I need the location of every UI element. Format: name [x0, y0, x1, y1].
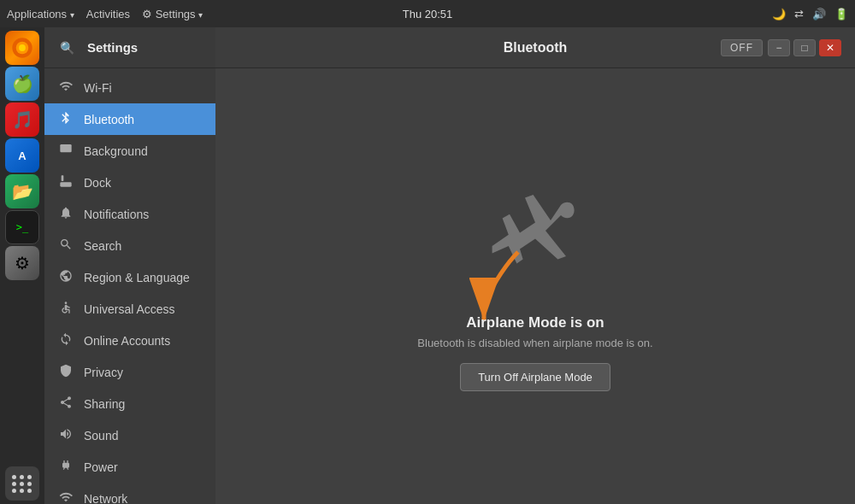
- sidebar-item-sound[interactable]: Sound: [44, 419, 215, 451]
- svg-point-6: [65, 302, 68, 304]
- finder-icon[interactable]: 🍏: [5, 67, 39, 101]
- sidebar-header: 🔍 Settings: [44, 27, 215, 68]
- svg-rect-5: [62, 175, 64, 181]
- bluetooth-icon: [58, 111, 74, 127]
- airplane-content: Airplane Mode is on Bluetooth is disable…: [215, 68, 855, 504]
- terminal-icon[interactable]: >_: [5, 210, 39, 244]
- topbar-left: Applications ▾ Activities ⚙ Settings ▾: [7, 8, 203, 21]
- background-icon: [58, 143, 74, 159]
- network-icon: [58, 490, 74, 504]
- svg-rect-4: [60, 182, 71, 186]
- sidebar-item-label-region: Region & Language: [84, 271, 190, 284]
- appstore-icon[interactable]: A: [5, 138, 39, 173]
- sidebar-item-label-online-accounts: Online Accounts: [84, 334, 170, 348]
- airplane-mode-title: Airplane Mode is on: [417, 314, 652, 331]
- settings-panel: 🔍 Settings Wi-Fi Bluetooth: [44, 27, 855, 504]
- moon-icon: 🌙: [772, 8, 786, 21]
- online-accounts-icon: [58, 332, 74, 349]
- svg-point-2: [19, 44, 26, 51]
- sidebar-search-icon: 🔍: [55, 36, 79, 60]
- dock-icon-item: [58, 174, 74, 190]
- topbar-activities[interactable]: Activities: [86, 8, 130, 21]
- sidebar-item-network[interactable]: Network: [44, 483, 215, 504]
- topbar-settings-menu[interactable]: ⚙ Settings ▾: [142, 8, 203, 21]
- sidebar-item-label-dock: Dock: [84, 176, 111, 190]
- sidebar-item-sharing[interactable]: Sharing: [44, 388, 215, 419]
- music-icon[interactable]: 🎵: [5, 103, 39, 137]
- sidebar-item-privacy[interactable]: Privacy: [44, 356, 215, 388]
- notifications-icon: [58, 206, 74, 222]
- main-content: Bluetooth OFF − □ ✕: [215, 27, 855, 504]
- show-apps-button[interactable]: [5, 466, 39, 501]
- sharing-icon: [58, 396, 74, 412]
- turn-off-airplane-mode-button[interactable]: Turn Off Airplane Mode: [460, 363, 610, 391]
- sidebar-item-label-universal-access: Universal Access: [84, 302, 175, 316]
- volume-icon[interactable]: 🔊: [812, 8, 826, 21]
- sidebar-item-wifi[interactable]: Wi-Fi: [44, 72, 215, 103]
- sidebar-item-universal-access[interactable]: Universal Access: [44, 293, 215, 325]
- sidebar-item-power[interactable]: Power: [44, 451, 215, 483]
- maximize-button[interactable]: □: [793, 39, 816, 56]
- airplane-mode-desc: Bluetooth is disabled when airplane mode…: [417, 337, 652, 349]
- firefox-icon[interactable]: [5, 31, 39, 65]
- sidebar-item-label-sound: Sound: [84, 429, 118, 442]
- sidebar-item-label-network: Network: [84, 492, 127, 505]
- sidebar-item-label-privacy: Privacy: [84, 366, 123, 379]
- svg-rect-3: [60, 144, 71, 152]
- sidebar-item-dock[interactable]: Dock: [44, 167, 215, 198]
- sidebar-item-label-power: Power: [84, 460, 118, 474]
- sidebar-item-label-search: Search: [84, 239, 121, 253]
- sidebar-item-label-background: Background: [84, 144, 148, 158]
- sidebar-item-region[interactable]: Region & Language: [44, 261, 215, 293]
- sidebar-item-background[interactable]: Background: [44, 135, 215, 167]
- window-controls: − □ ✕: [768, 39, 841, 56]
- sidebar-item-label-notifications: Notifications: [84, 208, 149, 221]
- sidebar: 🔍 Settings Wi-Fi Bluetooth: [44, 27, 215, 504]
- wifi-icon: [58, 79, 74, 96]
- window: 🍏 🎵 A 📂 >_ ⚙ 🔍: [0, 27, 855, 504]
- sidebar-item-online-accounts[interactable]: Online Accounts: [44, 325, 215, 356]
- close-button[interactable]: ✕: [819, 39, 841, 56]
- topbar-clock: Thu 20:51: [403, 8, 453, 21]
- universal-access-icon: [58, 301, 74, 317]
- topbar: Applications ▾ Activities ⚙ Settings ▾ T…: [0, 0, 855, 27]
- sidebar-item-label-sharing: Sharing: [84, 397, 125, 411]
- sound-icon: [58, 427, 74, 443]
- topbar-right: 🌙 ⇄ 🔊 🔋: [772, 8, 848, 21]
- sidebar-item-search[interactable]: Search: [44, 230, 215, 261]
- battery-icon: 🔋: [834, 8, 848, 21]
- sidebar-item-label-wifi: Wi-Fi: [84, 81, 112, 95]
- main-header: Bluetooth OFF − □ ✕: [215, 27, 855, 68]
- sidebar-item-notifications[interactable]: Notifications: [44, 198, 215, 230]
- sidebar-item-label-bluetooth: Bluetooth: [84, 113, 134, 126]
- sidebar-item-bluetooth[interactable]: Bluetooth: [44, 103, 215, 135]
- system-settings-icon[interactable]: ⚙: [5, 246, 39, 280]
- minimize-button[interactable]: −: [768, 39, 790, 56]
- privacy-icon: [58, 364, 74, 380]
- sidebar-items: Wi-Fi Bluetooth Background: [44, 68, 215, 504]
- back-forward-icon: ⇄: [794, 8, 804, 21]
- sidebar-title: Settings: [87, 40, 138, 55]
- main-title: Bluetooth: [433, 40, 638, 56]
- topbar-applications[interactable]: Applications ▾: [7, 8, 74, 21]
- search-icon: [58, 237, 74, 254]
- power-icon: [58, 459, 74, 475]
- files-icon[interactable]: 📂: [5, 174, 39, 208]
- dock: 🍏 🎵 A 📂 >_ ⚙: [0, 27, 44, 504]
- airplane-text-block: Airplane Mode is on Bluetooth is disable…: [417, 314, 652, 349]
- region-icon: [58, 269, 74, 285]
- bluetooth-toggle[interactable]: OFF: [721, 39, 763, 56]
